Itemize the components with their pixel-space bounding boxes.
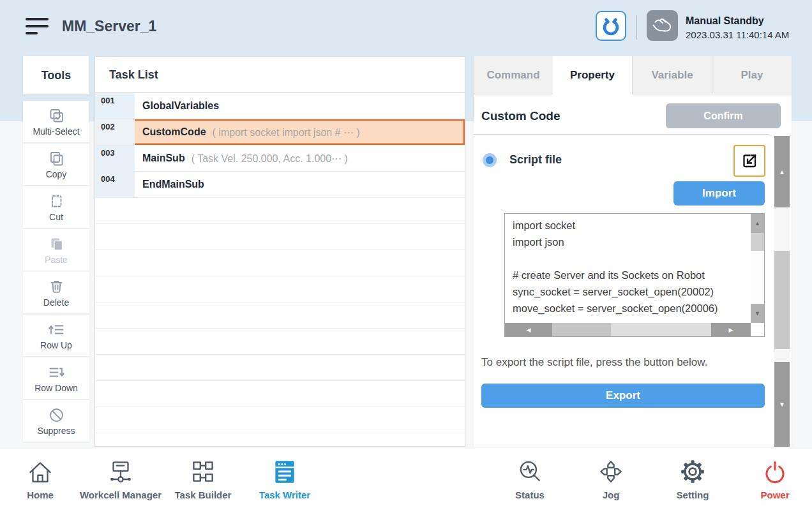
code-line: # create Server and its Sockets on Robot <box>513 267 743 283</box>
status-icon <box>515 456 545 487</box>
task-row[interactable]: 004 EndMainSub <box>95 172 465 198</box>
tools-sidebar: Tools Multi-Select Copy Cut <box>23 56 89 443</box>
task-row-empty <box>95 407 465 433</box>
tool-label: Copy <box>46 169 67 179</box>
robot-status-block: Manual Standby 2023.03.31 11:40:14 AM <box>686 13 789 42</box>
task-row-empty <box>95 355 465 381</box>
code-line: sync_socket = server_socket_open(20002) <box>513 283 743 300</box>
panel-scroll-thumb[interactable] <box>774 251 790 349</box>
tool-label: Row Up <box>40 340 72 350</box>
task-row-empty <box>95 433 465 447</box>
scroll-down-button[interactable]: ▼ <box>751 304 764 323</box>
status-timestamp: 2023.03.31 11:40:14 AM <box>686 28 789 42</box>
script-code-box[interactable]: import socket import json # create Serve… <box>504 213 765 337</box>
task-row[interactable]: 001 GlobalVariables <box>95 93 465 119</box>
paste-icon <box>48 235 65 253</box>
scroll-up-button[interactable]: ▲ <box>751 214 764 233</box>
tab-play[interactable]: Play <box>712 56 792 94</box>
code-line <box>513 250 743 267</box>
suppress-button[interactable]: Suppress <box>23 400 89 442</box>
workcell-manager-icon <box>106 456 135 487</box>
code-horizontal-scrollbar: ◀ ▶ <box>505 323 751 336</box>
header-divider <box>636 15 637 40</box>
nav-label: Power <box>727 489 812 500</box>
row-name: CustomCode <box>142 126 206 138</box>
row-number: 001 <box>95 93 135 119</box>
confirm-button[interactable]: Confirm <box>666 103 781 128</box>
paste-button[interactable]: Paste <box>23 229 89 271</box>
status-mode-text: Manual Standby <box>686 13 789 28</box>
task-row-selected[interactable]: 002 CustomCode ( import socket import js… <box>95 119 465 146</box>
task-row-empty <box>95 250 465 276</box>
copy-button[interactable]: Copy <box>23 144 89 185</box>
scroll-thumb[interactable] <box>751 233 764 251</box>
tab-property[interactable]: Property <box>553 56 632 94</box>
tab-variable[interactable]: Variable <box>632 56 712 94</box>
delete-icon <box>48 278 65 295</box>
nav-item-power[interactable]: Power <box>727 452 812 500</box>
robot-status-button[interactable] <box>596 11 626 41</box>
scroll-right-button[interactable]: ▶ <box>711 323 751 336</box>
row-up-icon <box>48 321 65 338</box>
panel-scroll-track[interactable] <box>774 349 790 362</box>
task-row[interactable]: 003 MainSub ( Task Vel. 250.000, Acc. 1.… <box>95 146 465 172</box>
divider <box>474 134 769 135</box>
property-panel: Command Property Variable Play Custom Co… <box>474 56 792 447</box>
manual-mode-icon <box>647 10 678 41</box>
scroll-track[interactable] <box>611 323 711 336</box>
scroll-track[interactable] <box>751 251 764 304</box>
task-row-empty <box>95 276 465 303</box>
scrollbar-corner <box>751 323 764 336</box>
row-down-button[interactable]: Row Down <box>23 357 89 399</box>
scroll-left-button[interactable]: ◀ <box>505 323 552 336</box>
nav-label: Setting <box>645 489 741 500</box>
nav-label: Workcell Manager <box>73 489 169 500</box>
delete-button[interactable]: Delete <box>23 272 89 313</box>
nav-label: Task Writer <box>237 489 333 500</box>
task-row-empty <box>95 329 465 355</box>
code-line: move_socket = server_socket_open(20006) <box>513 300 743 317</box>
export-button[interactable]: Export <box>481 384 765 408</box>
panel-scrollbar: ▲ ▼ <box>774 136 790 447</box>
panel-scroll-down-button[interactable]: ▼ <box>774 362 790 447</box>
multi-select-icon <box>48 107 65 124</box>
expand-icon <box>741 152 758 170</box>
row-down-icon <box>48 364 65 381</box>
expand-script-button[interactable] <box>733 145 765 177</box>
code-vertical-scrollbar: ▲ ▼ <box>751 214 764 323</box>
task-list-title: Task List <box>95 57 465 93</box>
tool-label: Delete <box>43 297 69 308</box>
row-name: GlobalVariables <box>142 100 219 112</box>
multi-select-button[interactable]: Multi-Select <box>23 101 89 142</box>
bottom-navigation: Home Workcell Manager <box>0 447 812 508</box>
tool-label: Multi-Select <box>33 126 79 137</box>
task-row-empty <box>95 381 465 407</box>
tab-command[interactable]: Command <box>474 56 553 94</box>
menu-icon[interactable] <box>26 18 50 37</box>
import-button[interactable]: Import <box>673 181 765 205</box>
power-icon <box>760 456 790 487</box>
row-number: 003 <box>95 146 135 171</box>
task-writer-icon <box>270 456 299 487</box>
scroll-thumb[interactable] <box>552 323 611 336</box>
task-builder-icon <box>188 456 218 487</box>
suppress-icon <box>48 407 65 424</box>
script-file-radio[interactable] <box>483 153 497 167</box>
script-code-content: import socket import json # create Serve… <box>505 214 751 323</box>
tool-label: Row Down <box>34 383 78 393</box>
section-title: Custom Code <box>481 109 560 123</box>
page-title: MM_Server_1 <box>62 18 156 35</box>
row-detail: ( import socket import json # ⋯ ) <box>213 126 360 138</box>
panel-scroll-up-button[interactable]: ▲ <box>774 136 790 207</box>
nav-item-task-writer[interactable]: Task Writer <box>237 452 333 500</box>
code-line: import socket <box>513 217 743 234</box>
tool-label: Cut <box>49 212 63 222</box>
cut-button[interactable]: Cut <box>23 186 89 228</box>
nav-item-workcell-manager[interactable]: Workcell Manager <box>73 452 169 500</box>
panel-scroll-track[interactable] <box>774 207 790 251</box>
row-up-button[interactable]: Row Up <box>23 315 89 356</box>
tool-label: Paste <box>45 255 68 265</box>
row-name: EndMainSub <box>142 179 204 190</box>
nav-item-setting[interactable]: Setting <box>645 452 741 500</box>
cut-icon <box>48 193 65 210</box>
